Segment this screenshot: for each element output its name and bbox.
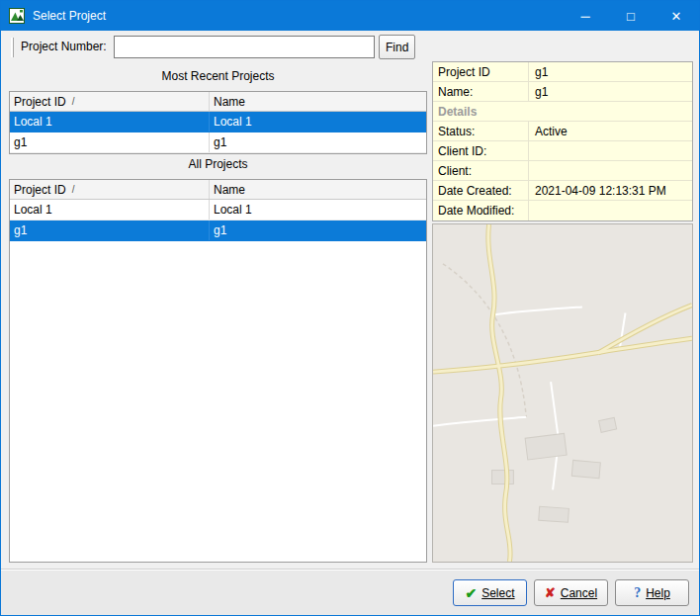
window-title: Select Project	[33, 9, 106, 23]
all-projects-table: Project ID / Name Local 1 Local 1 g1 g1	[9, 179, 427, 563]
detail-value: g1	[529, 65, 692, 79]
x-icon: ✘	[545, 585, 556, 600]
toolbar-grip-handle[interactable]	[11, 38, 13, 57]
cell-name: Local 1	[210, 200, 426, 220]
recent-projects-table: Project ID / Name Local 1 Local 1 g1 g1	[9, 91, 427, 154]
cell-name: g1	[210, 132, 426, 152]
table-row[interactable]: g1 g1	[10, 132, 426, 153]
detail-label: Client:	[433, 161, 529, 180]
column-label: Project ID	[14, 95, 66, 109]
detail-value: Active	[529, 125, 692, 138]
find-button[interactable]: Find	[379, 35, 415, 59]
cell-name: g1	[210, 220, 426, 240]
cell-project-id: Local 1	[10, 112, 210, 132]
app-icon	[9, 8, 25, 24]
column-header-name[interactable]: Name	[210, 92, 426, 111]
cell-project-id: g1	[10, 132, 210, 152]
column-label: Project ID	[14, 183, 66, 197]
detail-row: Date Created: 2021-04-09 12:13:31 PM	[433, 181, 692, 201]
cell-project-id: g1	[10, 220, 210, 240]
all-projects-title: All Projects	[9, 157, 427, 171]
maximize-button[interactable]: □	[608, 1, 654, 31]
detail-label: Project ID	[433, 62, 529, 81]
table-header: Project ID / Name	[10, 92, 426, 112]
select-project-dialog: Select Project ─ □ ✕ Project Number: Fin…	[0, 0, 700, 616]
column-header-name[interactable]: Name	[210, 180, 426, 199]
question-mark-icon: ?	[634, 585, 641, 601]
detail-row: Name: g1	[433, 82, 692, 102]
table-row[interactable]: Local 1 Local 1	[10, 200, 426, 220]
table-row[interactable]: Local 1 Local 1	[10, 112, 426, 132]
detail-row: Client:	[433, 161, 692, 181]
titlebar: Select Project ─ □ ✕	[1, 1, 699, 31]
project-details-panel: Project ID g1 Name: g1 Details Status: A…	[432, 61, 693, 221]
select-button[interactable]: ✔ Select	[453, 579, 527, 606]
project-number-input[interactable]	[114, 36, 375, 58]
footer-bar: ✔ Select ✘ Cancel ? Help	[1, 569, 699, 615]
detail-label: Name:	[433, 82, 529, 101]
help-button-label: Help	[646, 586, 670, 600]
detail-label: Client ID:	[433, 141, 529, 160]
sort-ascending-icon: /	[72, 96, 75, 107]
close-button[interactable]: ✕	[654, 1, 699, 31]
detail-row: Status: Active	[433, 122, 692, 141]
table-row[interactable]: g1 g1	[10, 220, 426, 241]
detail-label: Date Created:	[433, 181, 529, 200]
project-number-label: Project Number:	[21, 40, 107, 53]
toolbar: Project Number: Find	[1, 31, 699, 64]
check-icon: ✔	[465, 585, 477, 601]
detail-row: Project ID g1	[433, 62, 692, 82]
cell-project-id: Local 1	[10, 200, 210, 220]
table-header: Project ID / Name	[10, 180, 426, 200]
detail-section-header: Details	[433, 102, 692, 122]
recent-projects-title: Most Recent Projects	[9, 69, 427, 83]
column-header-project-id[interactable]: Project ID /	[10, 180, 210, 199]
detail-value: g1	[529, 85, 692, 99]
column-label: Name	[214, 183, 245, 197]
sort-ascending-icon: /	[72, 184, 75, 195]
detail-row: Date Modified:	[433, 201, 692, 220]
column-header-project-id[interactable]: Project ID /	[10, 92, 210, 111]
minimize-button[interactable]: ─	[563, 1, 608, 31]
column-label: Name	[214, 95, 245, 109]
detail-label: Date Modified:	[433, 201, 529, 220]
detail-label: Details	[433, 102, 529, 121]
map-preview	[432, 223, 693, 563]
map-image	[433, 224, 692, 562]
cancel-button-label: Cancel	[561, 586, 597, 600]
help-button[interactable]: ? Help	[615, 579, 689, 606]
select-button-label: Select	[481, 586, 514, 600]
detail-value: 2021-04-09 12:13:31 PM	[529, 184, 692, 198]
detail-row: Client ID:	[433, 141, 692, 161]
cancel-button[interactable]: ✘ Cancel	[534, 579, 608, 606]
cell-name: Local 1	[210, 112, 426, 132]
window-controls: ─ □ ✕	[563, 1, 699, 31]
detail-label: Status:	[433, 122, 529, 140]
